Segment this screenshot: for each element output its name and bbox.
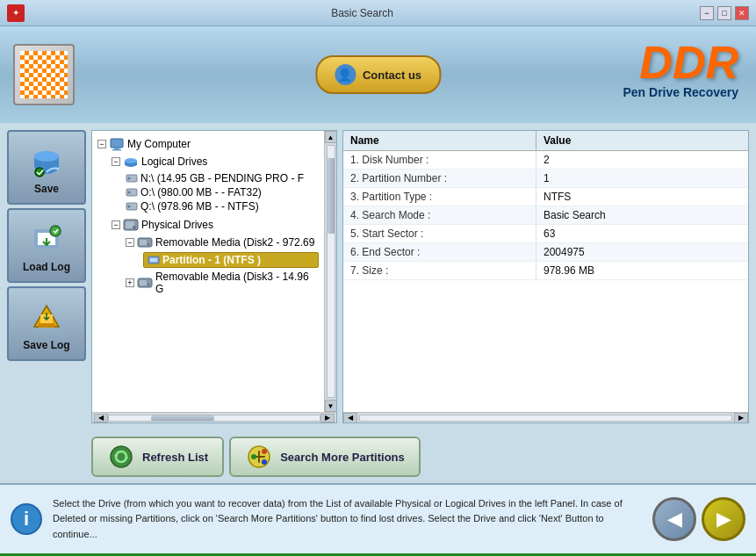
physical-expander[interactable]: − — [112, 220, 120, 229]
svg-point-15 — [125, 158, 137, 163]
tree-scroll-track[interactable] — [327, 145, 335, 398]
tree-drive-o[interactable]: O:\ (980.00 MB - - FAT32) — [126, 185, 319, 199]
drive-n-icon — [126, 173, 138, 184]
disk3-icon — [137, 276, 153, 290]
drive-q-label: Q:\ (978.96 MB - - NTFS) — [140, 200, 259, 213]
svg-rect-11 — [114, 148, 119, 149]
tree-disk2[interactable]: − Removable Media (Disk2 - 972.69 — [126, 235, 319, 250]
tree-logical-drives[interactable]: − Logical Drives — [112, 154, 319, 170]
root-label: My Computer — [127, 138, 191, 150]
tree-vertical-scrollbar[interactable]: ▲ ▼ — [324, 131, 336, 412]
tree-horizontal-scrollbar[interactable]: ◀ ▶ — [92, 412, 336, 422]
props-cell-name: 4. Search Mode : — [343, 206, 536, 224]
search-more-label: Search More Partitions — [280, 451, 405, 464]
svg-point-39 — [262, 459, 267, 465]
svg-point-24 — [133, 226, 136, 229]
svg-point-37 — [251, 454, 256, 459]
svg-rect-9 — [39, 323, 54, 328]
drive-o-label: O:\ (980.00 MB - - FAT32) — [140, 186, 262, 199]
svg-point-27 — [148, 243, 150, 246]
svg-point-19 — [128, 191, 131, 194]
refresh-button[interactable]: Refresh List — [91, 437, 224, 477]
tree-scroll-thumb — [328, 158, 335, 234]
save-log-icon — [27, 297, 66, 336]
save-log-label: Save Log — [23, 339, 69, 351]
props-cell-value: 2 — [536, 151, 748, 169]
props-cell-value: NTFS — [536, 188, 748, 206]
tree-hscroll-thumb — [151, 415, 214, 421]
search-more-button[interactable]: Search More Partitions — [229, 437, 421, 477]
tree-disk3[interactable]: + Removable Media (Disk3 - 14.96 G — [126, 270, 319, 296]
contact-button[interactable]: 👤 Contact us — [315, 55, 441, 94]
next-button[interactable]: ▶ — [702, 497, 745, 541]
computer-icon — [109, 137, 125, 151]
tree-root[interactable]: − My Computer — [97, 136, 319, 152]
brand-subtitle: Pen Drive Recovery — [623, 85, 738, 99]
svg-point-38 — [262, 449, 267, 454]
svg-rect-10 — [111, 139, 123, 148]
svg-point-32 — [148, 284, 150, 286]
physical-drives-icon — [123, 218, 139, 232]
props-cell-value: 978.96 MB — [536, 262, 748, 279]
props-cell-name: 3. Partition Type : — [343, 188, 536, 206]
physical-drives-label: Physical Drives — [141, 219, 213, 231]
svg-rect-31 — [140, 280, 147, 285]
props-row: 4. Search Mode : Basic Search — [343, 206, 748, 225]
props-col-value: Value — [536, 131, 748, 150]
logical-expander[interactable]: − — [112, 157, 120, 166]
props-row: 3. Partition Type : NTFS — [343, 188, 748, 206]
window-controls: − □ ✕ — [700, 6, 749, 20]
drive-q-icon — [126, 201, 138, 212]
tree-hscroll-track[interactable] — [108, 415, 320, 422]
svg-point-2 — [34, 151, 59, 162]
props-scroll-track[interactable] — [359, 415, 732, 422]
svg-rect-12 — [112, 149, 121, 151]
refresh-icon — [107, 443, 135, 471]
header: 👤 Contact us DDR Pen Drive Recovery — [0, 26, 756, 123]
tree-physical-drives[interactable]: − Physical Drives — [112, 217, 319, 233]
props-row: 2. Partition Number : 1 — [343, 170, 748, 188]
back-button[interactable]: ◀ — [652, 497, 696, 541]
props-header: Name Value — [343, 131, 748, 151]
nav-buttons: ◀ ▶ — [652, 497, 745, 541]
logo-box — [13, 44, 75, 105]
save-log-button[interactable]: Save Log — [7, 286, 86, 361]
props-scrollbar[interactable]: ◀ ▶ — [343, 412, 748, 422]
load-log-button[interactable]: Load Log — [7, 208, 86, 283]
props-scroll-right[interactable]: ▶ — [734, 413, 748, 423]
tree-drive-q[interactable]: Q:\ (978.96 MB - - NTFS) — [126, 199, 319, 213]
svg-rect-29 — [150, 258, 157, 262]
tree-drive-n[interactable]: N:\ (14.95 GB - PENDING PRO - F — [126, 171, 319, 185]
logo-icon — [20, 51, 68, 98]
footer-info: i Select the Drive (from which you want … — [0, 483, 756, 553]
maximize-button[interactable]: □ — [717, 6, 731, 20]
search-more-icon — [245, 443, 273, 471]
main-area: Save Load Log Save Log — [0, 123, 756, 430]
tree-hscroll-left[interactable]: ◀ — [94, 414, 108, 422]
svg-point-6 — [50, 226, 61, 236]
props-scroll-left[interactable]: ◀ — [343, 413, 357, 423]
props-row: 6. End Sector : 2004975 — [343, 243, 748, 262]
props-cell-name: 1. Disk Number : — [343, 151, 536, 169]
disk3-expander[interactable]: + — [126, 278, 134, 287]
load-log-icon — [27, 219, 66, 257]
tree-partition1[interactable]: Partition - 1 (NTFS ) — [143, 252, 319, 268]
disk2-expander[interactable]: − — [126, 238, 134, 247]
root-expander[interactable]: − — [97, 140, 106, 148]
svg-point-21 — [128, 206, 131, 208]
tree-scroll-up[interactable]: ▲ — [325, 131, 337, 143]
props-cell-name: 6. End Sector : — [343, 243, 536, 261]
disk2-label: Removable Media (Disk2 - 972.69 — [155, 236, 314, 249]
tree-panel: − My Computer − — [91, 130, 337, 423]
tree-hscroll-right[interactable]: ▶ — [320, 414, 335, 422]
props-cell-name: 5. Start Sector : — [343, 225, 536, 242]
props-cell-value: 2004975 — [536, 243, 748, 261]
save-icon — [27, 141, 66, 179]
close-button[interactable]: ✕ — [735, 6, 749, 20]
titlebar: ✦ Basic Search − □ ✕ — [0, 0, 756, 26]
minimize-button[interactable]: − — [700, 6, 714, 20]
save-button[interactable]: Save — [7, 130, 86, 205]
svg-rect-26 — [140, 240, 147, 245]
tree-scroll-down[interactable]: ▼ — [325, 400, 337, 412]
props-cell-value: Basic Search — [536, 206, 748, 224]
